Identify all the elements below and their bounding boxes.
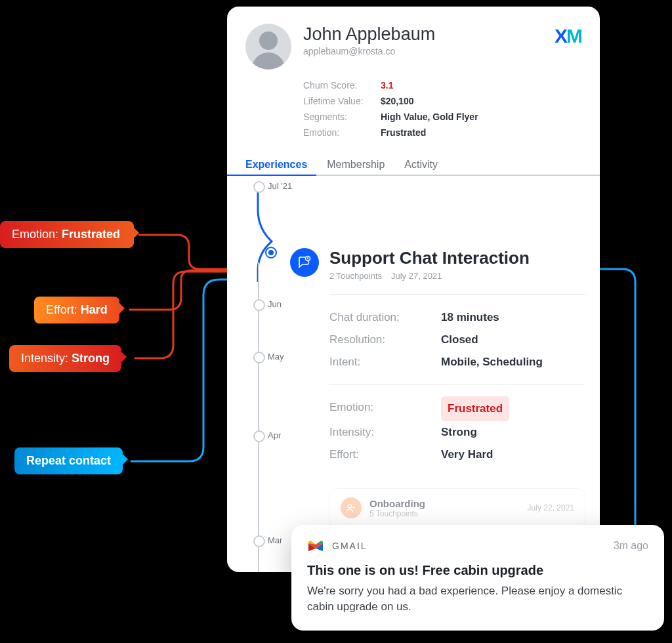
tick-apr bbox=[253, 430, 265, 442]
timeline: Jul '21 Jun May Apr Mar Support Chat Int… bbox=[227, 176, 600, 558]
event-title: Support Chat Interaction bbox=[329, 248, 530, 268]
tick-label-may: May bbox=[268, 352, 284, 362]
toast-subject: This one is on us! Free cabin upgrade bbox=[307, 563, 648, 578]
faded-date: July 22, 2021 bbox=[528, 503, 574, 512]
emotion: Frustrated bbox=[381, 125, 426, 140]
event-intensity: Strong bbox=[441, 421, 477, 444]
intent: Mobile, Scheduling bbox=[441, 351, 543, 373]
event-effort: Very Hard bbox=[441, 444, 493, 466]
avatar bbox=[245, 24, 291, 70]
tick-event-active bbox=[265, 247, 277, 259]
brand-logo: XM bbox=[555, 25, 581, 47]
tab-experiences[interactable]: Experiences bbox=[245, 155, 307, 175]
segments: High Value, Gold Flyer bbox=[381, 109, 478, 125]
email-toast[interactable]: GMAIL 3m ago This one is on us! Free cab… bbox=[291, 525, 664, 631]
toast-body: We're sorry you had a bad experience. Pl… bbox=[307, 583, 648, 615]
tabs: Experiences Membership Activity bbox=[227, 155, 600, 176]
event-emotion-badge: Frustrated bbox=[441, 396, 509, 421]
pill-repeat-contact: Repeat contact bbox=[14, 447, 123, 474]
profile-meta: Churn Score:3.1 Lifetime Value:$20,100 S… bbox=[227, 75, 600, 147]
churn-score: 3.1 bbox=[381, 77, 393, 93]
event-touchpoints: 2 Touchpoints bbox=[329, 271, 382, 281]
profile-name: John Applebaum bbox=[303, 25, 555, 45]
event-onboarding-faded[interactable]: Onboarding 5 Touchpoints July 22, 2021 bbox=[329, 488, 585, 528]
event-date: July 27, 2021 bbox=[391, 271, 442, 281]
tick-label-apr: Apr bbox=[268, 430, 281, 440]
pill-emotion: Emotion: Frustrated bbox=[0, 221, 134, 248]
svg-point-2 bbox=[348, 505, 351, 508]
chat-duration: 18 minutes bbox=[441, 306, 499, 329]
tick-may bbox=[253, 352, 265, 363]
profile-email: applebaum@krosta.co bbox=[303, 46, 555, 56]
toast-time: 3m ago bbox=[614, 540, 648, 552]
tick-label-jun: Jun bbox=[268, 299, 282, 309]
timeline-swoop bbox=[239, 190, 286, 282]
gmail-icon bbox=[307, 539, 324, 552]
toast-source: GMAIL bbox=[332, 541, 368, 551]
support-chat-icon bbox=[290, 248, 319, 277]
tick-label-mar: Mar bbox=[268, 535, 282, 545]
tick-mar bbox=[253, 535, 265, 547]
event-support-chat[interactable]: Support Chat Interaction 2 TouchpointsJu… bbox=[290, 248, 585, 479]
svg-point-1 bbox=[307, 257, 308, 259]
faded-title: Onboarding bbox=[369, 498, 425, 509]
lifetime-value: $20,100 bbox=[381, 93, 414, 109]
faded-sub: 5 Touchpoints bbox=[369, 509, 425, 518]
pill-intensity: Intensity: Strong bbox=[9, 345, 121, 372]
tab-membership[interactable]: Membership bbox=[327, 155, 385, 175]
tick-label-jul: Jul '21 bbox=[268, 181, 292, 191]
profile-card: John Applebaum applebaum@krosta.co XM Ch… bbox=[227, 7, 600, 572]
tab-activity[interactable]: Activity bbox=[404, 155, 438, 175]
pill-effort: Effort: Hard bbox=[34, 297, 119, 323]
resolution: Closed bbox=[441, 329, 478, 351]
tick-jul bbox=[253, 181, 265, 193]
tick-jun bbox=[253, 299, 265, 311]
user-plus-icon bbox=[341, 497, 362, 518]
